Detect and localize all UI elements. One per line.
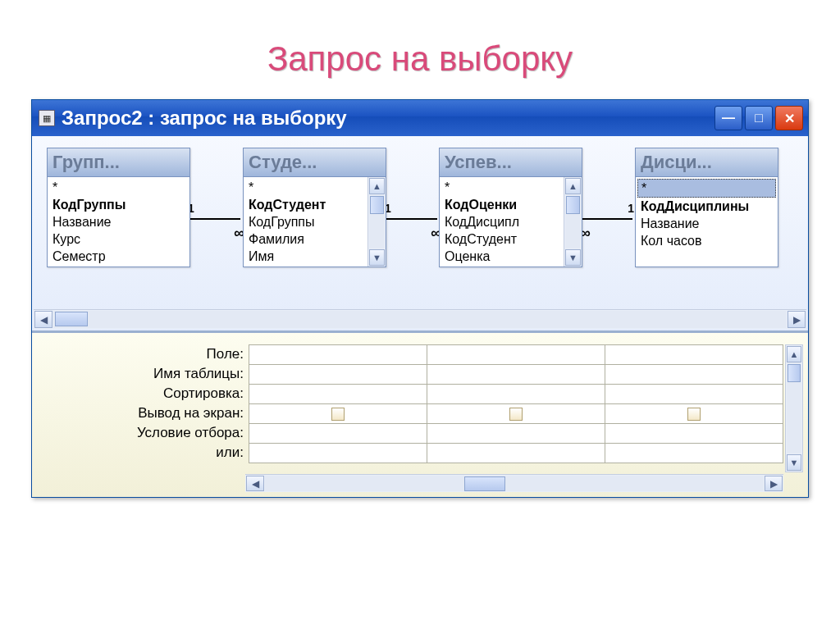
- scroll-up-icon[interactable]: ▲: [787, 346, 801, 362]
- grid-cell-checkbox[interactable]: [427, 404, 605, 424]
- scroll-down-icon[interactable]: ▼: [787, 454, 801, 471]
- field-list[interactable]: * КодДисциплины Название Кол часов: [636, 177, 778, 251]
- titlebar[interactable]: ▦ Запрос2 : запрос на выборку — □ ✕: [32, 100, 808, 136]
- design-grid[interactable]: [249, 344, 783, 463]
- field-item[interactable]: Курс: [49, 230, 188, 248]
- field-item[interactable]: Оценка: [441, 248, 562, 265]
- field-item[interactable]: КодДисципл: [441, 213, 562, 230]
- table-title[interactable]: Дисци...: [636, 148, 778, 177]
- field-item[interactable]: КодГруппы: [49, 196, 188, 213]
- grid-cell[interactable]: [249, 365, 427, 385]
- grid-cell[interactable]: [249, 444, 427, 463]
- scroll-thumb[interactable]: [566, 196, 580, 214]
- design-grid-pane: Поле: Имя таблицы: Сортировка: Вывод на …: [32, 333, 808, 497]
- field-item[interactable]: КодСтудент: [441, 230, 562, 248]
- grid-cell-checkbox[interactable]: [249, 404, 427, 424]
- field-item[interactable]: КодОценки: [441, 196, 562, 213]
- table-disci[interactable]: Дисци... * КодДисциплины Название Кол ча…: [635, 148, 778, 267]
- scroll-up-icon[interactable]: ▲: [565, 178, 581, 194]
- field-item[interactable]: Название: [49, 213, 188, 230]
- table-title[interactable]: Групп...: [48, 148, 189, 177]
- scroll-down-icon[interactable]: ▼: [565, 249, 581, 266]
- table-groupp[interactable]: Групп... * КодГруппы Название Курс Семес…: [47, 148, 190, 267]
- field-item[interactable]: *: [245, 179, 366, 196]
- slide-title: Запрос на выборку: [16, 39, 824, 79]
- grid-cell[interactable]: [605, 365, 783, 385]
- field-item[interactable]: КодСтудент: [245, 196, 366, 213]
- grid-cell-checkbox[interactable]: [605, 404, 783, 424]
- scroll-left-icon[interactable]: ◀: [34, 311, 52, 328]
- grid-cell[interactable]: [427, 444, 605, 463]
- table-stude[interactable]: Студе... * КодСтудент КодГруппы Фамилия …: [243, 148, 386, 267]
- field-list[interactable]: * КодГруппы Название Курс Семестр: [48, 177, 189, 267]
- scroll-left-icon[interactable]: ◀: [246, 476, 264, 491]
- field-item[interactable]: Кол часов: [637, 232, 776, 249]
- tables-pane: 1 ∞ 1 ∞ 1 ∞ Групп... * КодГруппы: [32, 136, 808, 333]
- window-icon: ▦: [39, 110, 55, 126]
- label-field: Поле:: [35, 344, 244, 364]
- field-item[interactable]: КодГруппы: [245, 213, 366, 230]
- field-item[interactable]: *: [49, 179, 188, 196]
- grid-cell[interactable]: [427, 424, 605, 444]
- field-item[interactable]: Семестр: [49, 248, 188, 265]
- grid-cell[interactable]: [605, 424, 783, 444]
- maximize-button[interactable]: □: [745, 106, 773, 130]
- table-title[interactable]: Успев...: [440, 148, 582, 177]
- grid-cell[interactable]: [249, 345, 427, 365]
- minimize-button[interactable]: —: [714, 106, 742, 130]
- label-show: Вывод на экран:: [35, 403, 244, 423]
- field-item[interactable]: Имя: [245, 248, 366, 265]
- grid-cell[interactable]: [249, 385, 427, 404]
- grid-cell[interactable]: [605, 345, 783, 365]
- field-list[interactable]: * КодСтудент КодГруппы Фамилия Имя: [244, 177, 368, 267]
- query-window: ▦ Запрос2 : запрос на выборку — □ ✕ 1 ∞ …: [31, 99, 809, 498]
- grid-hscrollbar[interactable]: ◀ ▶: [245, 474, 783, 492]
- table-scrollbar[interactable]: ▲ ▼: [368, 177, 386, 267]
- table-scrollbar[interactable]: ▲ ▼: [564, 177, 582, 267]
- scroll-up-icon[interactable]: ▲: [369, 178, 385, 194]
- scroll-thumb[interactable]: [55, 312, 88, 326]
- grid-cell[interactable]: [427, 385, 605, 404]
- grid-cell[interactable]: [605, 385, 783, 404]
- window-title: Запрос2 : запрос на выборку: [62, 107, 714, 130]
- field-item[interactable]: Фамилия: [245, 230, 366, 248]
- field-item[interactable]: *: [637, 179, 776, 198]
- field-item[interactable]: Название: [637, 215, 776, 232]
- grid-cell[interactable]: [249, 424, 427, 444]
- label-sort: Сортировка:: [35, 384, 244, 403]
- scroll-down-icon[interactable]: ▼: [369, 249, 385, 266]
- table-title[interactable]: Студе...: [244, 148, 386, 177]
- grid-cell[interactable]: [427, 365, 605, 385]
- table-uspev[interactable]: Успев... * КодОценки КодДисципл КодСтуде…: [439, 148, 582, 267]
- scroll-right-icon[interactable]: ▶: [765, 476, 783, 491]
- grid-vscrollbar[interactable]: ▲ ▼: [785, 344, 803, 472]
- grid-cell[interactable]: [427, 345, 605, 365]
- grid-cell[interactable]: [605, 444, 783, 463]
- label-or: или:: [35, 443, 244, 463]
- scroll-thumb[interactable]: [788, 364, 801, 382]
- pane-hscrollbar[interactable]: ◀ ▶: [34, 309, 806, 329]
- scroll-thumb[interactable]: [464, 476, 505, 491]
- label-table: Имя таблицы:: [35, 364, 244, 384]
- label-criteria: Условие отбора:: [35, 423, 244, 443]
- scroll-thumb[interactable]: [370, 196, 384, 214]
- close-button[interactable]: ✕: [775, 106, 803, 130]
- scroll-right-icon[interactable]: ▶: [788, 311, 806, 328]
- field-item[interactable]: *: [441, 179, 562, 196]
- field-item[interactable]: КодДисциплины: [637, 198, 776, 215]
- field-list[interactable]: * КодОценки КодДисципл КодСтудент Оценка: [440, 177, 564, 267]
- grid-row-labels: Поле: Имя таблицы: Сортировка: Вывод на …: [35, 344, 249, 463]
